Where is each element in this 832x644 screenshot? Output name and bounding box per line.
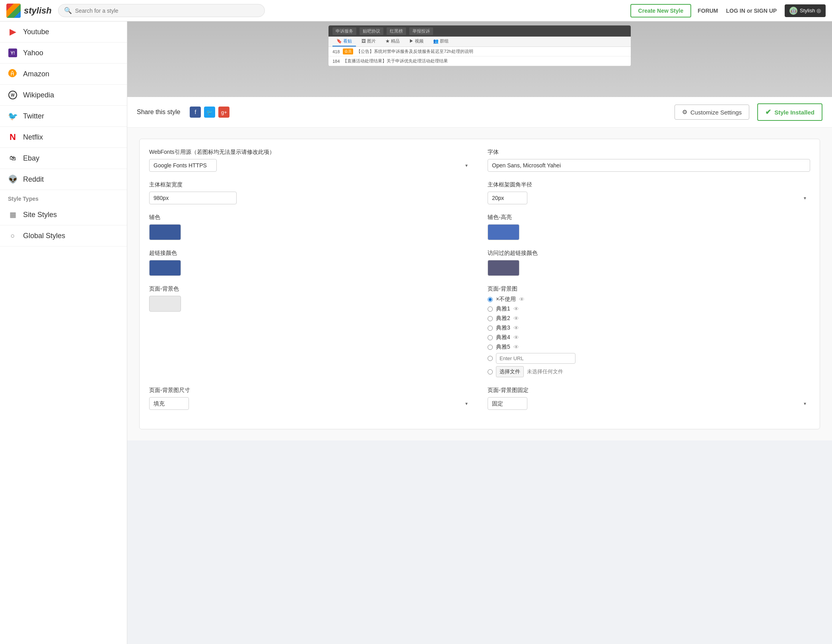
bg-classic3-label: 典雅3 [496,324,510,332]
sidebar-item-label-reddit: Reddit [23,175,44,184]
visited-link-swatch[interactable] [488,260,519,276]
preview-nav-item: 申诉服务 [332,27,356,35]
bg-radio-none[interactable] [488,297,493,302]
bg-radio-file[interactable] [488,369,493,374]
share-row: Share this style f 🐦 g+ ⚙ Customize [127,97,832,128]
bg-classic1-label: 典雅1 [496,305,510,312]
bg-size-arrow-icon: ▼ [465,402,468,406]
layout: ▶ Youtube Y! Yahoo 🅐 Amazon W Wikipedia … [0,21,832,644]
eye-icon-classic3[interactable]: 👁 [513,325,519,331]
sidebar-item-reddit[interactable]: 👽 Reddit [0,169,127,190]
bg-radio-classic1[interactable] [488,306,493,312]
sidebar-item-youtube[interactable]: ▶ Youtube [0,21,127,43]
android-badge[interactable]: 🤖 Stylish ◎ [785,4,826,17]
frame-radius-group: 主体框架圆角半径 20px 10px 5px 0px ▼ [488,181,810,204]
sidebar-item-global-styles[interactable]: ○ Global Styles [0,225,127,246]
bg-radio-classic4[interactable] [488,335,493,340]
bg-row: 页面-背景色 页面-背景图 ×不使用 👁 [149,285,810,377]
forum-link[interactable]: FORUM [698,8,718,14]
sidebar-item-label-wikipedia: Wikipedia [23,91,54,99]
bg-radio-classic5[interactable] [488,345,493,350]
bg-image-label: 页面-背景图 [488,285,810,293]
frame-width-input[interactable] [149,192,237,204]
radius-arrow-icon: ▼ [803,196,807,200]
bg-classic5-label: 典雅5 [496,343,510,351]
bg-classic2-label: 典雅2 [496,315,510,322]
preview-badge-1: 会员 [343,48,353,54]
sidebar-item-wikipedia[interactable]: W Wikipedia [0,85,127,106]
yahoo-icon: Y! [8,48,17,58]
bg-option-classic2[interactable]: 典雅2 👁 [488,315,810,322]
bg-radio-classic2[interactable] [488,316,493,321]
bg-color-label: 页面-背景色 [149,285,472,293]
gear-icon: ⚙ [682,109,687,116]
header: stylish 🔍 Create New Style FORUM LOG IN … [0,0,832,21]
bg-option-classic3[interactable]: 典雅3 👁 [488,324,810,332]
frame-width-group: 主体框架宽度 [149,181,472,204]
sidebar-item-twitter[interactable]: 🐦 Twitter [0,106,127,127]
bg-option-none[interactable]: ×不使用 👁 [488,296,810,303]
sidebar-item-yahoo[interactable]: Y! Yahoo [0,43,127,64]
login-link[interactable]: LOG IN or SIGN UP [726,8,777,14]
bg-fixed-group: 页面-背景图固定 固定 滚动 ▼ [488,387,810,410]
android-label: Stylish ◎ [800,8,821,14]
eye-icon-classic5[interactable]: 👁 [513,344,519,350]
webfonts-select[interactable]: Google Fonts HTTPS Google Fonts HTTP Fon… [149,159,217,172]
link-color-group: 超链接颜色 [149,250,472,276]
style-installed-button[interactable]: ✔ Style Installed [757,103,822,121]
sidebar-item-label-yahoo: Yahoo [23,49,43,57]
bg-size-select[interactable]: 填充 适应 拉伸 平铺 [149,397,189,410]
eye-icon-none[interactable]: 👁 [519,296,525,303]
bg-option-classic1[interactable]: 典雅1 👁 [488,305,810,312]
preview-row-2: 184 【直播活动处理结果】关于申诉优先处理活动处理结果 [329,56,631,66]
share-google-plus-button[interactable]: g+ [218,107,229,118]
accent-label: 辅色 [149,214,472,221]
google-plus-icon: g+ [221,109,227,115]
share-facebook-button[interactable]: f [190,107,201,118]
customize-label: Customize Settings [690,109,742,116]
eye-icon-classic2[interactable]: 👁 [513,315,519,322]
webfonts-select-wrap: Google Fonts HTTPS Google Fonts HTTP Fon… [149,159,472,172]
bg-option-classic5[interactable]: 典雅5 👁 [488,343,810,351]
sidebar-item-ebay[interactable]: 🛍 Ebay [0,148,127,169]
accent-highlight-swatch[interactable] [488,224,519,240]
main-content: 申诉服务 贴吧协议 红黑榜 举报投诉 🔖 看贴 🖼 图片 ★ 精品 ▶ 视频 👥… [127,21,832,644]
preview-nav-item2: 贴吧协议 [360,27,383,35]
bg-url-input[interactable] [496,353,575,364]
link-color-swatch[interactable] [149,260,181,276]
bg-fixed-select[interactable]: 固定 滚动 [488,397,527,410]
search-icon: 🔍 [64,7,72,14]
font-input[interactable] [488,159,810,172]
share-icons: f 🐦 g+ [190,107,229,118]
customize-settings-button[interactable]: ⚙ Customize Settings [675,105,749,120]
sidebar-item-site-styles[interactable]: ▦ Site Styles [0,204,127,225]
global-styles-icon: ○ [8,231,17,241]
style-types-heading: Style Types [0,190,127,204]
bg-option-classic4[interactable]: 典雅4 👁 [488,334,810,341]
font-group: 字体 [488,149,810,172]
logo-icon [6,4,21,18]
bg-radio-url[interactable] [488,356,493,361]
frame-radius-select[interactable]: 20px 10px 5px 0px [488,192,527,204]
bg-color-group: 页面-背景色 [149,285,472,377]
bg-color-swatch[interactable] [149,296,181,312]
accent-color-swatch[interactable] [149,224,181,240]
bg-radio-classic3[interactable] [488,326,493,331]
sidebar-item-netflix[interactable]: N Netflix [0,127,127,148]
create-new-button[interactable]: Create New Style [630,4,692,17]
eye-icon-classic4[interactable]: 👁 [513,334,519,341]
sidebar-item-label-twitter: Twitter [23,112,44,120]
twitter-icon: 🐦 [8,111,17,121]
sidebar-item-amazon[interactable]: 🅐 Amazon [0,64,127,85]
bg-none-label: ×不使用 [496,296,516,303]
choose-file-button[interactable]: 选择文件 [496,366,524,377]
bg-size-row: 页面-背景图尺寸 填充 适应 拉伸 平铺 ▼ 页面-背景图固定 [149,387,810,410]
logo[interactable]: stylish [6,4,52,18]
visited-link-label: 访问过的超链接颜色 [488,250,810,257]
bg-option-url [488,353,810,364]
sidebar-item-label-amazon: Amazon [23,70,49,78]
search-input[interactable] [75,8,259,14]
eye-icon-classic1[interactable]: 👁 [513,306,519,312]
preview-tabs: 🔖 看贴 🖼 图片 ★ 精品 ▶ 视频 👥 群组 [329,37,631,47]
share-twitter-button[interactable]: 🐦 [204,107,215,118]
